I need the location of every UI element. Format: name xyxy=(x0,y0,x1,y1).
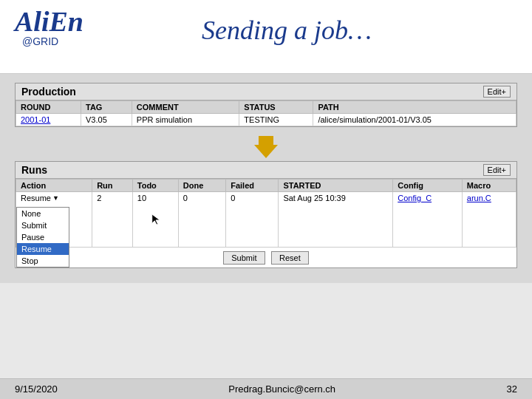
action-dropdown-list[interactable]: None Submit Pause Resume Stop xyxy=(16,207,69,267)
table-row: 2001-01 V3.05 PPR simulation TESTING /al… xyxy=(16,114,516,126)
header: AliEn @GRID Sending a job… xyxy=(0,0,532,74)
arrow-container xyxy=(15,133,517,161)
cell-macro[interactable]: arun.C xyxy=(462,192,516,248)
runs-btn-row: Submit Reset xyxy=(16,248,516,267)
runs-edit-btn[interactable]: Edit+ xyxy=(483,164,511,176)
cell-path: /alice/simulation/2001-01/V3.05 xyxy=(313,114,516,126)
logo-alien: AliEn xyxy=(15,7,83,35)
dropdown-option-none[interactable]: None xyxy=(17,208,69,219)
arrow-head xyxy=(254,145,278,158)
main-content: Production Edit+ ROUND TAG COMMENT STATU… xyxy=(0,74,532,283)
dropdown-option-resume[interactable]: Resume xyxy=(17,243,69,255)
macro-link[interactable]: arun.C xyxy=(467,194,491,202)
col-round: ROUND xyxy=(16,101,81,114)
action-dropdown-trigger[interactable]: Resume ▼ xyxy=(21,194,87,202)
col-status: STATUS xyxy=(239,101,313,114)
svg-marker-0 xyxy=(152,214,160,225)
action-value: Resume xyxy=(21,194,51,202)
down-arrow-shape xyxy=(254,136,278,158)
logo-grid: @GRID xyxy=(22,35,58,47)
submit-button[interactable]: Submit xyxy=(223,251,265,265)
cell-failed: 0 xyxy=(226,192,279,248)
production-title: Production xyxy=(21,86,76,98)
production-section: Production Edit+ ROUND TAG COMMENT STATU… xyxy=(15,83,517,127)
col-comment: COMMENT xyxy=(132,101,239,114)
runs-table: Action Run Todo Done Failed STARTED Conf… xyxy=(16,179,516,248)
cell-run: 2 xyxy=(92,192,133,248)
col-done: Done xyxy=(178,180,225,192)
cell-started: Sat Aug 25 10:39 xyxy=(279,192,393,248)
production-table-header-row: ROUND TAG COMMENT STATUS PATH xyxy=(16,101,516,114)
runs-section: Runs Edit+ Action Run Todo Done Failed S… xyxy=(15,161,517,268)
dropdown-option-submit[interactable]: Submit xyxy=(17,219,69,231)
col-action: Action xyxy=(16,180,92,192)
production-edit-btn[interactable]: Edit+ xyxy=(483,86,511,98)
runs-title: Runs xyxy=(21,164,47,176)
col-config: Config xyxy=(393,180,463,192)
col-run: Run xyxy=(92,180,133,192)
cell-done: 0 xyxy=(178,192,225,248)
col-todo: Todo xyxy=(132,180,178,192)
arrow-stem xyxy=(259,136,273,145)
footer-presenter: Predrag.Buncic@cern.ch xyxy=(228,383,335,395)
dropdown-arrow-icon[interactable]: ▼ xyxy=(52,194,59,202)
runs-header: Runs Edit+ xyxy=(16,162,516,179)
col-tag: TAG xyxy=(81,101,132,114)
cell-action[interactable]: Resume ▼ None Submit Pause Resume Stop xyxy=(16,192,92,248)
runs-table-header-row: Action Run Todo Done Failed STARTED Conf… xyxy=(16,180,516,192)
reset-button[interactable]: Reset xyxy=(271,251,309,265)
footer: 9/15/2020 Predrag.Buncic@cern.ch 32 xyxy=(0,378,532,399)
footer-date: 9/15/2020 xyxy=(15,383,58,395)
footer-page-number: 32 xyxy=(507,383,517,395)
logo-area: AliEn @GRID xyxy=(15,7,83,47)
cell-round: 2001-01 xyxy=(16,114,81,126)
config-link[interactable]: Config_C xyxy=(398,194,432,202)
col-failed: Failed xyxy=(226,180,279,192)
table-row: Resume ▼ None Submit Pause Resume Stop 2 xyxy=(16,192,516,248)
cell-tag: V3.05 xyxy=(81,114,132,126)
cell-status: TESTING xyxy=(239,114,313,126)
cell-comment: PPR simulation xyxy=(132,114,239,126)
dropdown-option-pause[interactable]: Pause xyxy=(17,231,69,243)
dropdown-option-stop[interactable]: Stop xyxy=(17,255,69,267)
production-table: ROUND TAG COMMENT STATUS PATH 2001-01 V3… xyxy=(16,100,516,126)
col-started: STARTED xyxy=(279,180,393,192)
page-title: Sending a job… xyxy=(202,15,372,46)
cell-config[interactable]: Config_C xyxy=(393,192,463,248)
col-macro: Macro xyxy=(462,180,516,192)
cursor-pointer xyxy=(151,214,160,225)
production-header: Production Edit+ xyxy=(16,83,516,100)
col-path: PATH xyxy=(313,101,516,114)
